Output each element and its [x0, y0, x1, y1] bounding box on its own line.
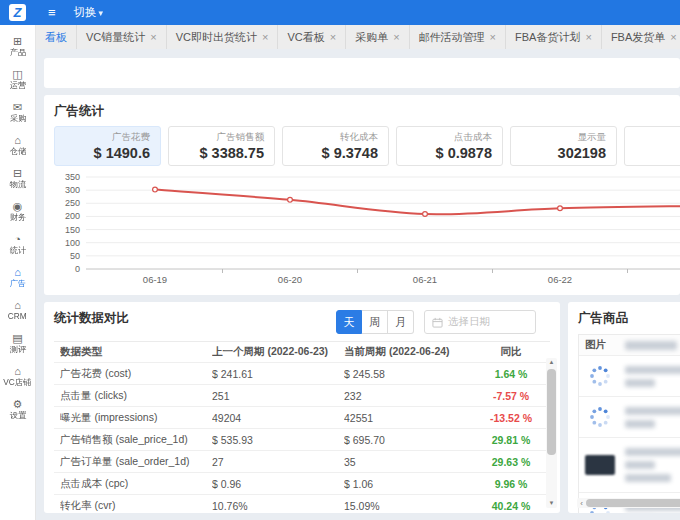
product-row[interactable]	[579, 356, 680, 397]
data-point-marker[interactable]	[153, 187, 158, 192]
tab-label: VC即时出货统计	[176, 25, 257, 49]
app-logo[interactable]: Z	[9, 4, 26, 21]
products-horizontal-scrollbar[interactable]: ‹	[577, 498, 680, 508]
blurred-column-header	[625, 341, 677, 350]
svg-text:200: 200	[65, 211, 80, 221]
sidebar-item-label: 产品	[9, 47, 26, 56]
column-header: 上一个周期 (2022-06-23)	[212, 345, 344, 359]
table-row[interactable]: 点击成本 (cpc)$ 0.96$ 1.069.96 %	[54, 473, 550, 495]
svg-text:300: 300	[65, 185, 80, 195]
ads-icon: ⌂	[14, 266, 21, 278]
blurred-text-line	[625, 420, 655, 428]
tab-FBA备货计划[interactable]: FBA备货计划×	[506, 25, 602, 49]
stat-card-value: $ 9.3748	[289, 143, 378, 163]
sidebar-item-设置[interactable]: ⚙设置	[0, 393, 35, 425]
stat-card-点击成本[interactable]: 点击成本$ 0.9878	[396, 126, 503, 166]
scroll-left-icon[interactable]: ‹	[577, 499, 586, 508]
column-header: 同比	[472, 345, 550, 359]
tab-VC看板[interactable]: VC看板×	[278, 25, 346, 49]
collapse-menu-icon[interactable]: ≡	[48, 5, 56, 20]
sidebar-item-物流[interactable]: ⊟物流	[0, 162, 35, 194]
tab-close-icon[interactable]: ×	[330, 32, 336, 43]
tab-close-icon[interactable]: ×	[670, 32, 676, 43]
scrollbar-thumb[interactable]	[586, 499, 680, 507]
tab-close-icon[interactable]: ×	[393, 32, 399, 43]
yoy-percent: -7.57 %	[472, 390, 550, 402]
yoy-percent: 9.96 %	[472, 478, 550, 490]
sidebar-item-label: 测评	[9, 344, 26, 353]
current-period-value: $ 695.70	[344, 434, 472, 446]
sidebar-item-测评[interactable]: ▤测评	[0, 327, 35, 359]
blurred-product-info	[625, 407, 680, 428]
tab-VC即时出货统计[interactable]: VC即时出货统计×	[167, 25, 279, 49]
data-point-marker[interactable]	[558, 206, 563, 211]
column-header: 当前周期 (2022-06-24)	[344, 345, 472, 359]
stat-card-显示量[interactable]: 显示量302198	[510, 126, 617, 166]
table-vertical-scrollbar[interactable]: ▲ ▼	[546, 358, 557, 508]
sidebar-item-运营[interactable]: ◫运营	[0, 63, 35, 95]
tab-FBA发货单[interactable]: FBA发货单×	[602, 25, 680, 49]
product-row[interactable]	[579, 397, 680, 438]
sidebar-item-仓储[interactable]: ⌂仓储	[0, 129, 35, 161]
ad-products-panel: 广告商品 图片 ‹	[568, 302, 680, 513]
tab-close-icon[interactable]: ×	[490, 32, 496, 43]
tab-看板[interactable]: 看板	[36, 25, 77, 49]
sidebar-item-广告[interactable]: ⌂广告	[0, 261, 35, 293]
sidebar-item-label: 仓储	[9, 146, 26, 155]
scroll-up-icon[interactable]: ▲	[549, 358, 555, 367]
period-button-月[interactable]: 月	[388, 310, 414, 334]
product-image	[585, 455, 615, 475]
ad-trend-chart[interactable]: 05010015020025030035006-1906-2006-2106-2…	[44, 165, 680, 293]
ad-products-table: 图片	[578, 334, 680, 513]
data-point-marker[interactable]	[288, 197, 293, 202]
table-row[interactable]: 广告花费 (cost)$ 241.61$ 245.581.64 %	[54, 363, 550, 385]
sidebar-item-财务[interactable]: ◉财务	[0, 195, 35, 227]
previous-period-value: 49204	[212, 412, 344, 424]
review-icon: ▤	[12, 332, 22, 344]
stat-card-label: 广告销售额	[175, 131, 264, 143]
statistics-icon: ◔	[14, 233, 21, 245]
trend-line	[155, 190, 680, 215]
date-placeholder: 选择日期	[448, 315, 490, 329]
table-row[interactable]: 曝光量 (impressions)4920442551-13.52 %	[54, 407, 550, 429]
sidebar-item-采购[interactable]: ✉采购	[0, 96, 35, 128]
tab-close-icon[interactable]: ×	[262, 32, 268, 43]
period-button-周[interactable]: 周	[362, 310, 388, 334]
table-row[interactable]: 广告销售额 (sale_price_1d)$ 535.93$ 695.7029.…	[54, 429, 550, 451]
scroll-down-icon[interactable]: ▼	[549, 499, 555, 508]
period-button-天[interactable]: 天	[336, 310, 362, 334]
table-row[interactable]: 点击量 (clicks)251232-7.57 %	[54, 385, 550, 407]
sidebar-item-统计[interactable]: ◔统计	[0, 228, 35, 260]
tab-采购单[interactable]: 采购单×	[346, 25, 409, 49]
blurred-text-line	[625, 407, 680, 415]
switch-dropdown[interactable]: 切换 ▾	[74, 5, 104, 20]
sidebar-item-VC店铺[interactable]: ⌂VC店铺	[0, 360, 35, 392]
stat-card-转化成本[interactable]: 转化成本$ 9.3748	[282, 126, 389, 166]
tab-label: FBA备货计划	[515, 25, 580, 49]
tab-邮件活动管理[interactable]: 邮件活动管理×	[410, 25, 506, 49]
sidebar-item-label: VC店铺	[3, 377, 31, 386]
sidebar-item-label: 财务	[9, 212, 26, 221]
product-row[interactable]	[579, 438, 680, 493]
date-picker-input[interactable]: 选择日期	[424, 310, 536, 334]
blurred-text-line	[625, 448, 680, 456]
ad-products-title: 广告商品	[578, 310, 680, 327]
stat-card-广告销售额[interactable]: 广告销售额$ 3388.75	[168, 126, 275, 166]
tab-close-icon[interactable]: ×	[150, 32, 156, 43]
data-point-marker[interactable]	[423, 212, 428, 217]
loading-spinner-icon	[587, 363, 613, 389]
sidebar-item-产品[interactable]: ⊞产品	[0, 30, 35, 62]
column-header: 数据类型	[60, 345, 212, 359]
sidebar-item-CRM[interactable]: ⌂CRM	[0, 294, 35, 326]
stat-card-empty[interactable]	[624, 126, 680, 166]
table-row[interactable]: 广告订单量 (sale_order_1d)273529.63 %	[54, 451, 550, 473]
stat-card-广告花费[interactable]: 广告花费$ 1490.6	[54, 126, 161, 166]
tab-VC销量统计[interactable]: VC销量统计×	[77, 25, 167, 49]
previous-period-value: 251	[212, 390, 344, 402]
table-row[interactable]: 转化率 (cvr)10.76%15.09%40.24 %	[54, 495, 550, 513]
previous-period-value: $ 535.93	[212, 434, 344, 446]
blurred-product-info	[625, 448, 680, 482]
tab-close-icon[interactable]: ×	[585, 32, 591, 43]
top-navbar: Z ≡ 切换 ▾	[0, 0, 680, 25]
scrollbar-thumb[interactable]	[547, 369, 556, 455]
